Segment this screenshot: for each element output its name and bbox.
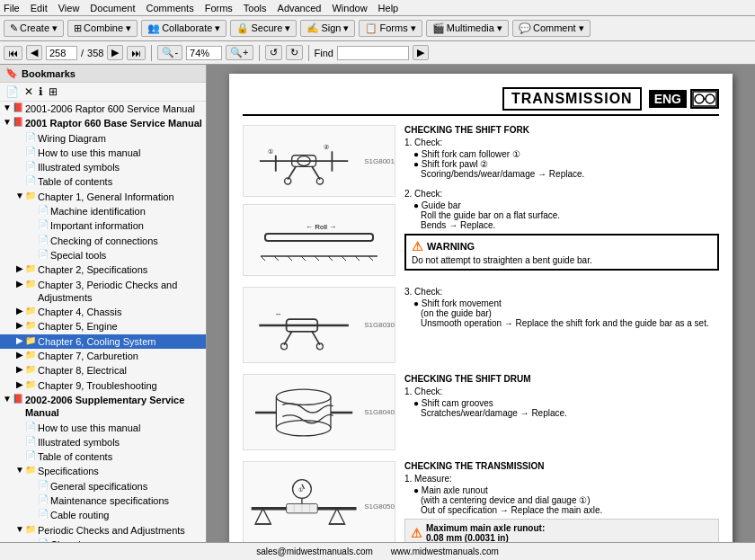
tree-toggle-ch9[interactable]: ▶ [14,379,25,389]
menu-file[interactable]: File [4,3,20,13]
collaborate-button[interactable]: 👥 Collaborate ▾ [141,20,226,37]
sidebar-item-maintspecs[interactable]: 📄Maintenance specifications [0,493,206,508]
sidebar-item-cablerouting[interactable]: 📄Cable routing [0,508,206,522]
sidebar-item-chassis1[interactable]: 📄Chassis [0,538,206,542]
sidebar-properties-button[interactable]: ℹ [37,84,45,99]
forms-button[interactable]: 📋 Forms ▾ [359,20,422,37]
sidebar-item-ch7[interactable]: ▶📁Chapter 7, Carburetion [0,349,206,363]
shift-fork-image-2: ← Roll → [243,204,395,276]
step-2: 2. Check: [404,189,719,199]
tree-icon-illustrated: 📄 [25,161,38,171]
find-button[interactable]: ▶ [413,45,429,60]
sign-button[interactable]: ✍ Sign ▾ [300,20,355,37]
menu-help[interactable]: Help [378,3,399,13]
sidebar-delete-button[interactable]: ✕ [22,84,35,99]
sidebar-item-ch2[interactable]: ▶📁Chapter 2, Specifications [0,262,206,277]
warning-header: ⚠ WARNING [412,239,712,253]
comment-button[interactable]: 💬 Comment ▾ [512,20,591,37]
nav-prev-button[interactable]: ◀ [26,45,42,60]
tree-toggle-ch6[interactable]: ▶ [14,335,25,345]
sidebar-item-ch9[interactable]: ▶📁Chapter 9, Troubleshooting [0,378,206,393]
sidebar-item-genspecs[interactable]: 📄General specifications [0,479,206,493]
menu-advanced[interactable]: Advanced [278,3,322,13]
sidebar-item-tableofcontents2[interactable]: 📄Table of contents [0,449,206,464]
page-number-input[interactable] [46,46,77,60]
tree-toggle-raptor600[interactable]: ▼ [2,102,13,112]
tree-toggle-supp2002[interactable]: ▼ [2,394,13,404]
multimedia-icon: 🎬 [432,22,445,34]
combine-button[interactable]: ⊞ Combine ▾ [67,20,138,37]
sidebar-item-ch6[interactable]: ▶📁Chapter 6, Cooling System [0,334,206,349]
tree-label-genspecs: General specifications [50,480,147,493]
svg-marker-42 [329,508,344,523]
tree-toggle-ch8[interactable]: ▶ [14,364,25,374]
rotate-left-button[interactable]: ↺ [265,45,282,60]
find-input[interactable] [337,46,409,60]
menu-forms[interactable]: Forms [205,3,233,13]
sidebar-item-supp2002[interactable]: ▼📕2002-2006 Supplementary Service Manual [0,393,206,421]
sidebar-item-specs2[interactable]: ▼📁Specifications [0,464,206,478]
sidebar-item-raptor600[interactable]: ▼📕2001-2006 Raptor 600 Service Manual [0,102,206,116]
sidebar-item-ch1[interactable]: ▼📁Chapter 1, General Information [0,190,206,204]
tree-toggle-ch1[interactable]: ▼ [14,191,25,200]
tree-toggle-ch3[interactable]: ▶ [14,279,25,289]
multimedia-button[interactable]: 🎬 Multimedia ▾ [426,20,509,37]
sidebar-item-checking[interactable]: 📄Checking of connections [0,234,206,248]
sidebar-item-ch8[interactable]: ▶📁Chapter 8, Electrical [0,363,206,378]
tree-label-ch6: Chapter 6, Cooling System [38,335,155,348]
menu-tools[interactable]: Tools [244,3,267,13]
trans-bullet-2: (with a centering device and dial gauge … [421,495,719,505]
tree-toggle-periodic2[interactable]: ▼ [14,524,25,534]
sidebar-item-howtouse[interactable]: 📄How to use this manual [0,146,206,160]
nav-last-button[interactable]: ⏭ [127,46,146,60]
tree-toggle-ch2[interactable]: ▶ [14,263,25,273]
tree-toggle-ch5[interactable]: ▶ [14,320,25,330]
tree-label-illustrated2: Illustrated symbols [38,436,120,449]
tree-label-checking: Checking of connections [50,235,158,247]
tree-toggle-ch4[interactable]: ▶ [14,306,25,316]
menu-comments[interactable]: Comments [147,3,194,13]
nav-next-button[interactable]: ▶ [107,45,123,60]
sidebar-item-howtouse2[interactable]: 📄How to use this manual [0,421,206,435]
rotate-right-button[interactable]: ↻ [286,45,303,60]
sidebar-item-ch4[interactable]: ▶📁Chapter 4, Chassis [0,305,206,319]
tree-icon-tableofcontents2: 📄 [25,450,38,460]
tree-icon-ch9: 📁 [25,379,38,389]
zoom-out-button[interactable]: 🔍- [157,45,182,60]
tree-toggle-specs2[interactable]: ▼ [14,465,25,475]
sidebar-item-periodic2[interactable]: ▼📁Periodic Checks and Adjustments [0,523,206,538]
trans-bullet-3: Out of specification → Replace the main … [421,505,719,515]
menu-window[interactable]: Window [332,3,367,13]
tree-label-ch3: Chapter 3, Periodic Checks and Adjustmen… [38,279,206,305]
sidebar-item-important[interactable]: 📄Important information [0,218,206,233]
img-caption-trans: S1G8050 [364,502,395,511]
zoom-input[interactable] [186,46,222,60]
main-toolbar: ✎ Create ▾ ⊞ Combine ▾ 👥 Collaborate ▾ 🔒… [0,16,755,41]
sidebar-item-illustrated[interactable]: 📄Illustrated symbols [0,160,206,174]
sidebar-new-button[interactable]: 📄 [4,84,21,99]
sidebar-item-tableofcontents[interactable]: 📄Table of contents [0,174,206,189]
secure-button[interactable]: 🔒 Secure ▾ [230,20,297,37]
sidebar-item-machineident[interactable]: 📄Machine identification [0,204,206,218]
sidebar-item-ch5[interactable]: ▶📁Chapter 5, Engine [0,319,206,333]
menu-view[interactable]: View [58,3,80,13]
nav-separator-1 [151,45,152,61]
step-1-bullet-2: ● Shift fork pawl ② [413,159,719,169]
tree-label-important: Important information [50,219,144,232]
document-content[interactable]: TRANSMISSION ENG [207,65,755,542]
create-button[interactable]: ✎ Create ▾ [4,20,64,37]
sidebar-expand-button[interactable]: ⊞ [47,84,59,99]
menu-document[interactable]: Document [90,3,135,13]
sidebar-item-raptor660base[interactable]: ▼📕2001 Raptor 660 Base Service Manual [0,116,206,130]
tree-toggle-ch7[interactable]: ▶ [14,350,25,360]
tree-icon-ch3: 📁 [25,279,38,289]
nav-first-button[interactable]: ⏮ [4,46,22,60]
sidebar-item-ch3[interactable]: ▶📁Chapter 3, Periodic Checks and Adjustm… [0,278,206,306]
menu-edit[interactable]: Edit [31,3,48,13]
sidebar-item-wiring[interactable]: 📄Wiring Diagram [0,131,206,146]
tree-toggle-raptor660base[interactable]: ▼ [2,117,13,127]
sidebar-item-illustrated2[interactable]: 📄Illustrated symbols [0,435,206,449]
tree-icon-chassis1: 📄 [38,538,50,542]
zoom-in-button[interactable]: 🔍+ [226,45,253,60]
sidebar-item-special[interactable]: 📄Special tools [0,248,206,262]
